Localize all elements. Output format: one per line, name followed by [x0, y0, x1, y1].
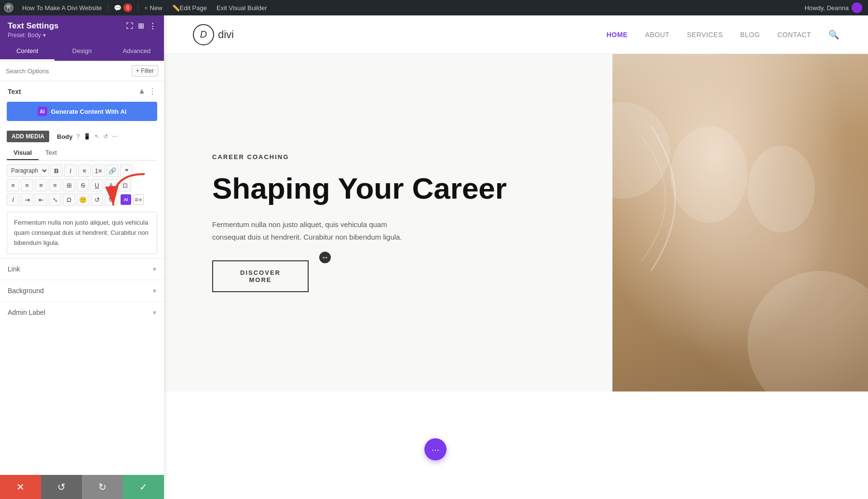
app-layout: Text Settings ⛶ ⊞ ⋮ Preset: Body ▾ Conte… [0, 0, 868, 499]
underline-btn[interactable]: U [91, 179, 103, 191]
strikethrough-btn[interactable]: S [77, 179, 89, 191]
filter-button[interactable]: + Filter [132, 65, 158, 77]
fab-button[interactable]: ··· [424, 438, 447, 460]
ai-plus-button[interactable]: ≡+ [133, 194, 144, 205]
user-avatar [852, 2, 862, 13]
admin-label-section-header[interactable]: Admin Label ▾ [0, 302, 164, 323]
admin-label-section: Admin Label ▾ [0, 301, 164, 323]
curved-deco [612, 126, 699, 271]
link-chevron: ▾ [153, 265, 156, 273]
exit-visual-builder-bar-item[interactable]: Exit Visual Builder [212, 0, 272, 15]
new-bar-item[interactable]: + New [139, 0, 167, 15]
nav-blog[interactable]: BLOG [740, 31, 760, 39]
site-nav: D divi HOME ABOUT SERVICES BLOG CONTACT … [164, 15, 868, 54]
nav-home[interactable]: HOME [607, 31, 628, 39]
copy-format-btn[interactable]: ⊡ [119, 179, 131, 191]
editor-with-arrow: Fermentum nulla non justo aliquet, quis … [0, 208, 164, 258]
link-btn[interactable]: 🔗 [106, 164, 119, 177]
unordered-list-btn[interactable]: ≡ [78, 164, 91, 177]
tab-content[interactable]: Content [0, 42, 54, 61]
panel-drag-handle[interactable]: ↔ [319, 252, 331, 263]
add-media-button[interactable]: ADD MEDIA [7, 131, 49, 142]
undo-icon-editor[interactable]: ↺ [103, 133, 108, 140]
action-bar: ✕ ↺ ↻ ✓ [0, 475, 164, 499]
help-icon-body[interactable]: ? [77, 133, 80, 140]
section-toggle: ▲ ⋮ [138, 87, 156, 96]
text-tab[interactable]: Text [39, 146, 64, 160]
text-color-btn[interactable]: A [105, 179, 117, 191]
bold-btn[interactable]: B [50, 164, 63, 177]
text-section-header[interactable]: Text ▲ ⋮ [0, 81, 164, 100]
expand-btn[interactable]: ⤡ [49, 193, 61, 206]
cancel-button[interactable]: ✕ [0, 475, 41, 499]
hero-category: CAREER COACHING [212, 153, 574, 161]
nav-about[interactable]: ABOUT [645, 31, 670, 39]
table-btn[interactable]: ⊞ [63, 179, 75, 191]
wordpress-logo[interactable] [0, 0, 17, 15]
fullscreen-icon[interactable]: ⛶ [126, 22, 133, 30]
link-section-header[interactable]: Link ▾ [0, 258, 164, 280]
redo2-btn[interactable]: ↻ [105, 193, 117, 206]
bar-separator-1 [108, 3, 108, 13]
body-label: Body [57, 133, 73, 140]
italic-btn[interactable]: I [64, 164, 77, 177]
background-section-header[interactable]: Background ▾ [0, 280, 164, 301]
ai-inline-button[interactable]: AI [121, 194, 131, 205]
align-justify-btn[interactable]: ≡ [49, 179, 61, 191]
nav-contact[interactable]: CONTACT [777, 31, 811, 39]
tab-advanced[interactable]: Advanced [109, 42, 164, 61]
emoji-btn[interactable]: 🙂 [77, 193, 89, 206]
tab-design[interactable]: Design [54, 42, 109, 61]
visual-tab[interactable]: Visual [7, 146, 39, 160]
cursor-icon[interactable]: ↖ [95, 133, 99, 140]
link-section: Link ▾ [0, 258, 164, 280]
search-input[interactable] [6, 67, 128, 75]
align-left-btn[interactable]: ≡ [7, 179, 19, 191]
nav-services[interactable]: SERVICES [687, 31, 723, 39]
left-panel: Text Settings ⛶ ⊞ ⋮ Preset: Body ▾ Conte… [0, 15, 164, 499]
phone-icon[interactable]: 📱 [83, 133, 91, 140]
redo-button[interactable]: ↻ [82, 475, 123, 499]
hero-title: Shaping Your Career [212, 172, 574, 205]
editor-tabs: Visual Text [7, 146, 157, 161]
panel-title-icons: ⛶ ⊞ ⋮ [126, 22, 156, 30]
more-icon[interactable]: ⋯ [112, 133, 118, 140]
svg-point-3 [747, 146, 815, 232]
align-center-btn[interactable]: ≡ [21, 179, 33, 191]
confirm-button[interactable]: ✓ [123, 475, 164, 499]
body-preset-row: ADD MEDIA Body ? 📱 ↖ ↺ ⋯ [0, 127, 164, 146]
site-logo[interactable]: D divi [193, 24, 234, 45]
hero-right [612, 54, 868, 391]
indent-btn[interactable]: ⇥ [21, 193, 33, 206]
panel-header: Text Settings ⛶ ⊞ ⋮ Preset: Body ▾ [0, 15, 164, 42]
ordered-list-btn[interactable]: 1≡ [92, 164, 105, 177]
editor-toolbar: Paragraph B I ≡ 1≡ 🔗 ❝ ≡ ≡ ≡ ≡ ⊞ S U A ⊡ [0, 161, 164, 208]
generate-ai-button[interactable]: AI Generate Content With Al [7, 102, 157, 121]
italic2-btn[interactable]: I [7, 193, 19, 206]
edit-page-bar-item[interactable]: ✏️ Edit Page [167, 0, 212, 15]
undo-button[interactable]: ↺ [41, 475, 82, 499]
background-section: Background ▾ [0, 280, 164, 301]
website-preview: D divi HOME ABOUT SERVICES BLOG CONTACT … [164, 15, 868, 499]
panel-title: Text Settings ⛶ ⊞ ⋮ [8, 21, 156, 31]
comments-badge: 0 [123, 3, 132, 12]
paragraph-select[interactable]: Paragraph [7, 164, 49, 177]
comments-bar-item[interactable]: 💬 0 [109, 0, 137, 15]
columns-icon[interactable]: ⊞ [138, 22, 144, 30]
panel-search-row: + Filter [0, 61, 164, 81]
quote-btn[interactable]: ❝ [120, 164, 133, 177]
toolbar-row-3: I ⇥ ⇤ ⤡ Ω 🙂 ↺ ↻ AI ≡+ [7, 193, 157, 206]
align-right-btn[interactable]: ≡ [35, 179, 47, 191]
search-icon[interactable]: 🔍 [828, 29, 839, 40]
more-options-icon[interactable]: ⋮ [149, 22, 156, 30]
admin-label-title: Admin Label [8, 309, 45, 316]
discover-more-button[interactable]: DISCOVER MORE [212, 260, 309, 292]
hero-description: Fermentum nulla non justo aliquet, quis … [212, 218, 415, 243]
omega-btn[interactable]: Ω [63, 193, 75, 206]
editor-content[interactable]: Fermentum nulla non justo aliquet, quis … [7, 212, 157, 254]
undo2-btn[interactable]: ↺ [91, 193, 103, 206]
site-name-bar-item[interactable]: How To Make A Divi Website [17, 0, 107, 15]
toolbar-row-2: ≡ ≡ ≡ ≡ ⊞ S U A ⊡ [7, 179, 157, 191]
background-title: Background [8, 287, 44, 295]
outdent-btn[interactable]: ⇤ [35, 193, 47, 206]
